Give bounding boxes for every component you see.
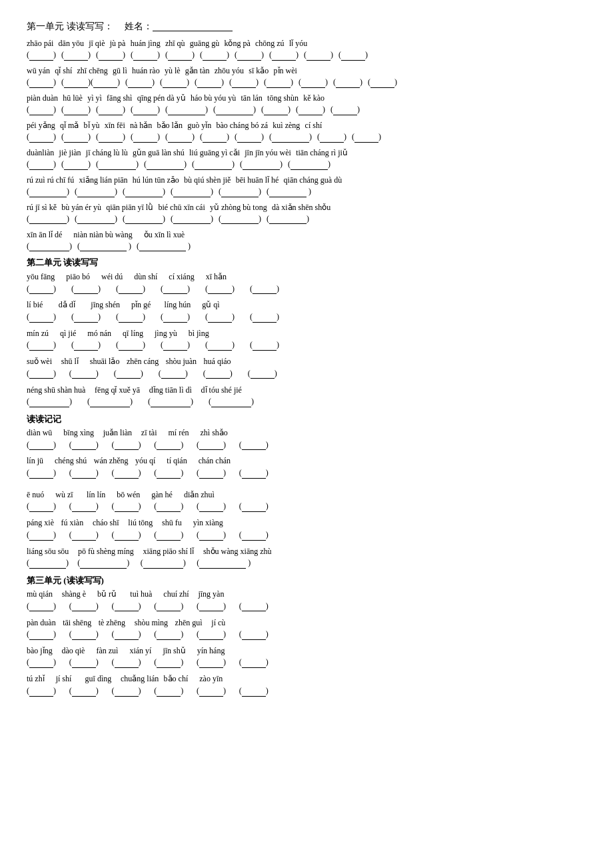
unit2-row5: néng shū shàn huà fēng qǐ xuě yā dǐng ti… [27,383,586,407]
unit1-row4: péi yǎng qǐ mǎ bǐ yù xīn fēi nà hǎn bǎo … [27,119,586,143]
unit3-title: 第三单元 (读读写写) [27,575,586,587]
unit1-row5: duànliàn jiè jiàn jī cháng lù lù gǔn guā… [27,147,586,170]
unit2-title: 第二单元 读读写写 [27,257,586,269]
unit2b-title: 读读记记 [27,413,586,425]
unit2b-row5: liáng sōu sōu pō fù shèng míng xiāng piā… [27,545,586,569]
unit2b-section: 读读记记 diàn wū bīng xìng juǎn liàn zī tài … [27,413,586,569]
unit1-row3: piàn duàn hū lüè yì yì fāng shì qīng pén… [27,92,586,115]
unit1-row1: zhāo pái dān yōu jī qiè jù pà huán jìng … [27,37,586,61]
unit2-row3: mín zú qì jié mó nán qī líng jìng yù bì … [27,327,586,351]
unit3-row2: pàn duàn tāi shēng tè zhēng shòu mìng zh… [27,616,586,640]
unit2b-row4: páng xiè fú xiàn cháo shī liú tōng shū f… [27,517,586,541]
unit2b-row2: lín jū chéng shú wán zhěng yóu qí tí qiá… [27,455,586,479]
unit1-row2: wū yán qǐ shí zhī chēng gū lì huán rào y… [27,65,586,88]
unit2-row2: lí bié dǎ dǐ jīng shén pǐn gé líng hún g… [27,299,586,323]
name-blank[interactable] [153,22,233,31]
unit2-row1: yōu fāng piāo bó wéi dú dùn shí cí xiáng… [27,271,586,295]
unit2b-row3: ē nuó wù zī lín lín bō wén gàn hé diǎn z… [27,488,586,512]
page-header: 第一单元 读读写写： 姓名： [27,20,586,33]
unit2b-row1: diàn wū bīng xìng juǎn liàn zī tài mí ré… [27,427,586,451]
unit2-section: 第二单元 读读写写 yōu fāng piāo bó wéi dú dùn sh… [27,257,586,407]
unit2-row4: suǒ wèi shū lǐ shuāi lǎo zhēn cáng shòu … [27,355,586,379]
name-label: 姓名： [125,20,153,33]
unit3-row1: mù qián shàng è bǔ rǔ tuì huà chuí zhí j… [27,588,586,612]
unit3-row4: tú zhǐ jí shí guī dìng chuǎng lián bǎo c… [27,673,586,697]
unit1-title: 第一单元 读读写写： [27,20,113,33]
unit3-section: 第三单元 (读读写写) mù qián shàng è bǔ rǔ tuì hu… [27,575,586,697]
unit3-row3: bào jǐng dào qiè fàn zuì xián yí jīn shǔ… [27,645,586,669]
page-container: 第一单元 读读写写： 姓名： zhāo pái dān yōu jī qiè j… [27,20,586,697]
unit1-row7: rú jī sì kě bù yán ér yù qiān piān yī lǜ… [27,201,586,225]
unit1-extra: xīn ān lǐ dé niàn niàn bù wàng ǒu xīn lì… [27,228,586,251]
unit1-row6: rú zuì rú chī fú xiǎng lián piān hú lún … [27,174,586,197]
